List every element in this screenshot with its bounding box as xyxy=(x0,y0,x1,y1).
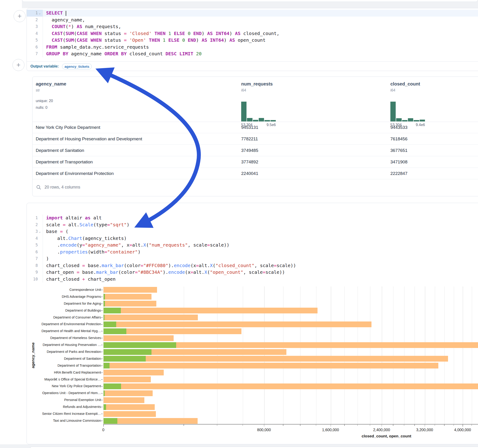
x-major-tick xyxy=(463,424,463,427)
text-cursor xyxy=(66,11,66,16)
y-axis-label: Department of Parks and Recreation xyxy=(37,348,101,355)
table-footer: 20 rows, 4 columns xyxy=(32,178,478,196)
y-tick xyxy=(101,359,103,359)
y-axis-label: Department of Consumer Affairs xyxy=(37,314,101,321)
column-histogram xyxy=(390,102,425,121)
cell: 2222847 xyxy=(390,168,408,179)
cell: 3749485 xyxy=(241,145,258,156)
gridline xyxy=(415,286,415,424)
y-tick xyxy=(101,393,103,394)
y-axis-label: Department of Health and Mental Hyg… xyxy=(37,328,101,335)
table-row[interactable]: Department of Transportation377489234719… xyxy=(32,156,478,168)
bar-open_count-4 xyxy=(104,315,104,320)
sql-line-4[interactable]: 4 CAST(SUM(CASE WHEN status = 'Closed' T… xyxy=(27,30,478,37)
y-tick xyxy=(101,414,103,414)
cell: 3471908 xyxy=(390,156,408,168)
collapse-caret-icon[interactable]: ⌄ xyxy=(38,10,42,17)
y-axis-label: DHS Advantage Programs xyxy=(37,293,101,300)
bar-open_count-2 xyxy=(104,301,105,306)
y-tick xyxy=(101,290,103,290)
output-variable-label: Output variable: xyxy=(31,64,59,68)
y-tick xyxy=(101,345,103,345)
table-row[interactable]: New York City Police Department945313194… xyxy=(32,122,478,133)
bar-closed_count-7 xyxy=(104,335,174,341)
cell: 3774892 xyxy=(241,156,258,168)
x-major-tick xyxy=(382,424,382,427)
y-axis-label: Department of Transportation xyxy=(37,362,101,369)
previous-cell-edge xyxy=(22,0,478,2)
y-tick xyxy=(101,407,103,407)
column-header-agency_name[interactable]: agency_namestrunique: 20nulls: 0 xyxy=(36,81,66,111)
add-cell-button[interactable]: + xyxy=(14,10,25,22)
bar-open_count-8 xyxy=(104,342,176,348)
bar-open_count-11 xyxy=(104,363,110,368)
sql-line-2[interactable]: 2 agency_name, xyxy=(27,17,478,24)
y-tick xyxy=(101,311,103,311)
table-row[interactable]: Department of Housing Preservation and D… xyxy=(32,133,478,145)
table-row[interactable]: Department of Environmental Protection22… xyxy=(32,168,478,179)
y-axis-label: Department of Environmental Protection xyxy=(37,321,101,328)
cell: 7782211 xyxy=(241,133,258,144)
x-axis-label: 1,600,000 xyxy=(322,428,339,432)
y-axis-label: Department for the Aging xyxy=(37,300,101,307)
search-icon[interactable] xyxy=(36,185,41,190)
y-tick xyxy=(101,366,103,366)
y-tick xyxy=(101,421,103,421)
gridline xyxy=(444,286,445,424)
bar-closed_count-5 xyxy=(104,322,371,327)
sql-line-1[interactable]: 1⌄SELECT xyxy=(27,10,478,17)
cell: Department of Sanitation xyxy=(36,145,84,156)
sql-line-7[interactable]: 7GROUP BY agency_name ORDER BY closed_co… xyxy=(27,50,478,57)
y-tick xyxy=(101,317,103,318)
x-major-tick xyxy=(425,424,425,427)
gridline xyxy=(243,286,243,424)
cell: 7618456 xyxy=(390,133,408,144)
sql-line-3[interactable]: 3 COUNT(*) AS num_requests, xyxy=(27,23,478,30)
cell: New York City Police Department xyxy=(36,122,100,133)
y-axis-label: Department of Buildings xyxy=(37,307,101,314)
x-axis-label: 0 xyxy=(102,428,104,432)
sql-line-6[interactable]: 6FROM sample_data.nyc.service_requests xyxy=(27,44,478,51)
x-minor-tick xyxy=(357,424,358,426)
bar-open_count-17 xyxy=(104,404,106,410)
cell: Department of Environmental Protection xyxy=(36,168,114,179)
bar-open_count-9 xyxy=(104,349,151,355)
x-major-tick xyxy=(264,424,264,427)
y-tick xyxy=(101,352,103,352)
y-axis-label: Senior Citizen Rent Increase Exempti… xyxy=(37,411,101,417)
line-number: 1⌄ xyxy=(27,10,43,17)
sql-code-editor[interactable]: 1⌄SELECT 2 agency_name,3 COUNT(*) AS num… xyxy=(27,10,478,57)
y-tick xyxy=(101,386,103,387)
y-axis-label: HRA Benefit Card Replacement xyxy=(37,369,101,376)
gridline xyxy=(331,286,331,424)
sql-line-5[interactable]: 5 CAST(SUM(CASE WHEN status = 'Open' THE… xyxy=(27,37,478,44)
bar-closed_count-18 xyxy=(104,411,156,417)
column-header-num_requests[interactable]: num_requestsi6453,3049.5e6 xyxy=(241,81,273,92)
x-major-tick xyxy=(103,424,104,427)
add-cell-button[interactable]: + xyxy=(13,59,25,71)
y-axis-label: Department of Sanitation xyxy=(37,355,101,362)
next-cell-edge xyxy=(30,447,478,448)
table-row[interactable]: Department of Sanitation37494853677651 xyxy=(32,145,478,156)
gridline xyxy=(435,286,435,424)
cell: Department of Transportation xyxy=(36,156,93,168)
python-cell: 1import altair as alt2scale = alt.Scale(… xyxy=(26,203,478,444)
x-minor-tick xyxy=(183,424,184,426)
bar-open_count-1 xyxy=(104,294,105,300)
bar-closed_count-16 xyxy=(104,397,144,403)
gridline xyxy=(316,286,316,424)
column-histogram xyxy=(241,102,276,121)
output-variable-pill[interactable]: agency_tickets xyxy=(62,64,92,69)
column-header-closed_count[interactable]: closed_counti6453,3049.4e6 xyxy=(390,81,420,92)
x-minor-tick xyxy=(370,424,370,426)
line-number: 7 xyxy=(27,50,43,57)
x-minor-tick xyxy=(404,424,404,426)
bar-closed_count-19 xyxy=(104,418,198,424)
chart-x-axis-title: closed_count, open_count xyxy=(362,434,411,439)
gridline xyxy=(300,286,301,424)
sql-cell: 1⌄SELECT 2 agency_name,3 COUNT(*) AS num… xyxy=(26,8,478,71)
x-minor-tick xyxy=(453,424,454,426)
gridline xyxy=(463,286,463,424)
table-body: New York City Police Department945313194… xyxy=(32,122,478,179)
gridline xyxy=(345,286,345,424)
